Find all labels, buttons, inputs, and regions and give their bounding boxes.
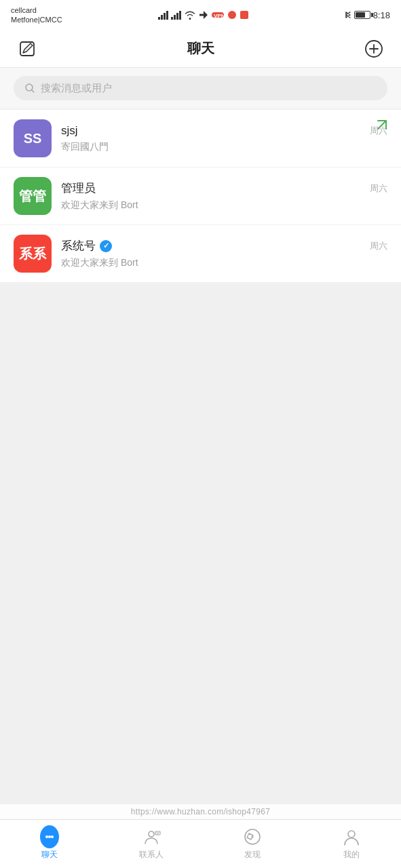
chat-time-system: 周六 [370, 240, 387, 252]
search-bar[interactable]: 搜索消息或用户 [14, 76, 387, 100]
svg-point-10 [149, 831, 154, 837]
contact-nav-icon [142, 827, 161, 846]
chat-preview-sjsj: 寄回國八門 [61, 141, 387, 153]
chat-bubble-icon [40, 825, 59, 848]
chat-nav-icon [40, 827, 59, 846]
header-add-button[interactable] [360, 35, 387, 62]
chat-header-row: sjsj 周六 [61, 124, 387, 138]
main-content: 搜索消息或用户 SS sjsj 周六 寄回國八門 [0, 68, 401, 331]
battery-icon [354, 11, 370, 19]
square-icon [240, 10, 249, 20]
vpn-icon: VPN [211, 10, 225, 20]
search-container: 搜索消息或用户 [0, 68, 401, 108]
verified-badge-system [100, 240, 112, 252]
status-bar: cellcard Metfone|CMCC V [0, 0, 401, 30]
avatar-sjsj: SS [14, 119, 52, 157]
chat-item-sjsj[interactable]: SS sjsj 周六 寄回國八門 [0, 110, 401, 167]
signal-bar-1 [158, 10, 168, 20]
svg-rect-3 [240, 11, 248, 19]
bottom-nav: 聊天 联系人 发现 [0, 819, 401, 868]
nav-label-contact: 联系人 [139, 849, 164, 861]
edit-icon [18, 40, 36, 58]
chat-preview-system: 欢迎大家来到 Bort [61, 257, 387, 269]
chat-header-row-admin: 管理员 周六 [61, 180, 387, 196]
chat-content-sjsj: sjsj 周六 寄回國八門 [61, 124, 387, 153]
add-icon [364, 39, 383, 58]
chat-content-system: 系统号 周六 欢迎大家来到 Bort [61, 238, 387, 269]
signal-icons: VPN [158, 10, 249, 20]
chat-list: SS sjsj 周六 寄回國八門 [0, 110, 401, 282]
svg-point-7 [45, 835, 48, 838]
svg-point-9 [51, 835, 54, 838]
status-right: 8:18 [345, 9, 390, 20]
notification-icon [227, 10, 237, 20]
watermark: https://www.huzhan.com/ishop47967 [0, 804, 401, 819]
svg-point-13 [252, 836, 254, 838]
chat-name-sjsj: sjsj [61, 124, 78, 138]
nav-label-chat: 聊天 [41, 849, 58, 861]
svg-point-2 [228, 11, 236, 19]
chat-item-system[interactable]: 系系 系统号 周六 欢迎大家来到 Bort [0, 225, 401, 282]
discover-nav-icon [243, 827, 262, 846]
chat-name-admin: 管理员 [61, 180, 96, 196]
bluetooth-icon [345, 9, 351, 20]
nav-label-discover: 发现 [244, 849, 261, 861]
nav-label-me: 我的 [343, 849, 360, 861]
search-placeholder: 搜索消息或用户 [41, 82, 112, 95]
nav-item-chat[interactable]: 聊天 [26, 823, 73, 865]
carrier-info: cellcard Metfone|CMCC [11, 5, 62, 25]
svg-point-8 [48, 835, 51, 838]
time-display: 8:18 [373, 10, 390, 20]
search-icon [24, 83, 35, 94]
svg-point-14 [348, 831, 355, 837]
nav-item-discover[interactable]: 发现 [229, 823, 275, 865]
avatar-system: 系系 [14, 235, 52, 273]
redirect-icon [375, 118, 389, 135]
chat-content-admin: 管理员 周六 欢迎大家来到 Bort [61, 180, 387, 212]
nav-item-me[interactable]: 我的 [328, 823, 375, 865]
me-nav-icon [342, 827, 361, 846]
header: 聊天 [0, 30, 401, 68]
nav-item-contact[interactable]: 联系人 [126, 823, 177, 865]
chat-header-row-system: 系统号 周六 [61, 238, 387, 254]
chat-preview-admin: 欢迎大家来到 Bort [61, 199, 387, 212]
chat-name-system: 系统号 [61, 238, 112, 254]
wifi-icon [184, 10, 196, 20]
chat-time-admin: 周六 [370, 182, 387, 195]
chat-item-admin[interactable]: 管管 管理员 周六 欢迎大家来到 Bort [0, 167, 401, 225]
page-title: 聊天 [187, 39, 214, 58]
signal-bar-2 [171, 10, 181, 20]
header-edit-button[interactable] [14, 35, 41, 62]
avatar-admin: 管管 [14, 177, 52, 215]
location-icon [199, 10, 208, 20]
svg-text:VPN: VPN [214, 13, 225, 19]
